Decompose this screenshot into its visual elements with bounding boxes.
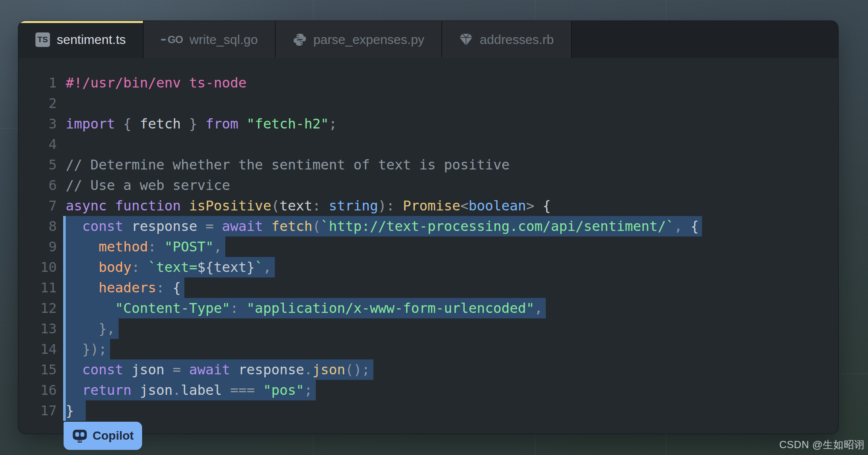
- typescript-icon: TS: [35, 32, 50, 47]
- code-token: {: [172, 280, 181, 296]
- code-text: async function isPositive(text: string):…: [66, 198, 551, 214]
- code-token: fetch: [271, 218, 312, 234]
- background-grid-line: [839, 373, 868, 374]
- line-number: 16: [18, 380, 57, 400]
- code-editor-window: TSsentiment.tsGOwrite_sql.go parse_expen…: [18, 20, 839, 434]
- code-line[interactable]: 9 method: "POST",: [18, 236, 838, 257]
- code-token: // Determine whether the sentiment of te…: [66, 157, 510, 173]
- ruby-icon: [459, 33, 473, 46]
- code-token: #!/usr/bin/env ts-node: [66, 75, 247, 91]
- code-token: [66, 259, 99, 275]
- line-number: 15: [18, 359, 57, 380]
- code-token: =: [172, 362, 189, 378]
- code-token: import: [66, 116, 115, 132]
- copilot-suggestion-highlight: headers: {: [63, 277, 184, 298]
- code-line[interactable]: 17}: [18, 400, 838, 421]
- code-token: :: [312, 198, 329, 214]
- copilot-suggestion-highlight: });: [63, 339, 110, 359]
- code-token: [66, 239, 99, 255]
- copilot-badge-label: Copilot: [93, 429, 134, 443]
- copilot-suggestion-highlight: "Content-Type": "application/x-www-form-…: [63, 298, 546, 318]
- line-number: 13: [18, 318, 57, 339]
- code-token: },: [99, 321, 115, 337]
- code-text: },: [66, 321, 119, 337]
- code-token: json: [123, 362, 173, 378]
- code-token: response: [123, 218, 206, 234]
- code-token: ):: [378, 198, 403, 214]
- code-token: Promise: [403, 198, 460, 214]
- code-token: }: [181, 116, 206, 132]
- code-token: async: [66, 198, 107, 214]
- code-token: [66, 341, 82, 357]
- code-text: // Determine whether the sentiment of te…: [66, 157, 510, 173]
- code-text: const json = await response.json();: [66, 362, 373, 378]
- line-number: 17: [18, 400, 57, 421]
- code-line[interactable]: 4: [18, 134, 838, 155]
- line-number: 1: [18, 73, 57, 93]
- code-line[interactable]: 6// Use a web service: [18, 175, 838, 195]
- code-token: function: [115, 198, 181, 214]
- code-text: const response = await fetch(`http://tex…: [66, 218, 702, 234]
- copilot-suggestion-highlight: return json.label === "pos";: [63, 380, 316, 400]
- tab-label: write_sql.go: [189, 32, 258, 47]
- code-line[interactable]: 11 headers: {: [18, 277, 838, 298]
- code-line[interactable]: 13 },: [18, 318, 838, 339]
- code-token: :: [131, 259, 148, 275]
- code-token: text: [280, 198, 312, 214]
- code-token: {: [690, 218, 699, 234]
- code-line[interactable]: 2: [18, 93, 838, 114]
- code-token: fetch: [140, 116, 181, 132]
- code-line[interactable]: 16 return json.label === "pos";: [18, 380, 838, 400]
- code-line[interactable]: 5// Determine whether the sentiment of t…: [18, 155, 838, 175]
- code-token: json: [312, 362, 345, 378]
- tab-write-sql-go[interactable]: GOwrite_sql.go: [143, 21, 275, 58]
- code-text: import { fetch } from "fetch-h2";: [66, 116, 337, 132]
- line-number: 12: [18, 298, 57, 318]
- code-line[interactable]: 12 "Content-Type": "application/x-www-fo…: [18, 298, 838, 318]
- code-token: [263, 218, 271, 234]
- code-token: [66, 321, 99, 337]
- code-token: "pos": [263, 382, 304, 398]
- code-token: "POST": [164, 239, 214, 255]
- code-line[interactable]: 10 body: `text=${text}`,: [18, 257, 838, 277]
- copilot-icon: [72, 429, 87, 443]
- code-editor[interactable]: 1#!/usr/bin/env ts-node23import { fetch …: [18, 58, 838, 421]
- copilot-suggestion-highlight: },: [63, 318, 119, 339]
- code-token: // Use a web service: [66, 177, 230, 193]
- tab-sentiment-ts[interactable]: TSsentiment.ts: [18, 21, 143, 58]
- code-token: .: [172, 382, 181, 398]
- code-token: ();: [345, 362, 370, 378]
- code-line[interactable]: 15 const json = await response.json();: [18, 359, 838, 380]
- code-token: ===: [230, 382, 263, 398]
- code-line[interactable]: 7async function isPositive(text: string)…: [18, 195, 838, 216]
- code-line[interactable]: 3import { fetch } from "fetch-h2";: [18, 114, 838, 134]
- tab-parse-expenses-py[interactable]: parse_expenses.py: [275, 21, 441, 58]
- line-number: 7: [18, 195, 57, 216]
- code-token: from: [206, 116, 239, 132]
- code-token: body: [99, 259, 131, 275]
- code-token: =: [206, 218, 222, 234]
- code-line[interactable]: 14 });: [18, 339, 838, 359]
- code-line[interactable]: 8 const response = await fetch(`http://t…: [18, 216, 838, 236]
- background-grid-line: [0, 128, 18, 129]
- go-icon: GO: [161, 34, 183, 46]
- code-token: isPositive: [189, 198, 271, 214]
- code-token: `text=: [148, 259, 198, 275]
- code-token: `: [255, 259, 263, 275]
- code-token: >: [526, 198, 543, 214]
- code-text: body: `text=${text}`,: [66, 259, 275, 275]
- code-token: json: [131, 382, 172, 398]
- code-token: [239, 116, 247, 132]
- code-token: "application/x-www-form-urlencoded": [247, 300, 534, 316]
- line-number: 5: [18, 155, 57, 175]
- line-number: 3: [18, 114, 57, 134]
- code-token: label: [181, 382, 230, 398]
- code-line[interactable]: 1#!/usr/bin/env ts-node: [18, 73, 838, 93]
- code-token: [66, 362, 82, 378]
- code-token: `http://text-processing.com/api/sentimen…: [320, 218, 674, 234]
- code-text: }: [66, 402, 86, 419]
- code-token: return: [82, 382, 132, 398]
- tab-addresses-rb[interactable]: addresses.rb: [441, 21, 571, 58]
- code-token: }: [66, 402, 82, 419]
- code-text: return json.label === "pos";: [66, 382, 316, 398]
